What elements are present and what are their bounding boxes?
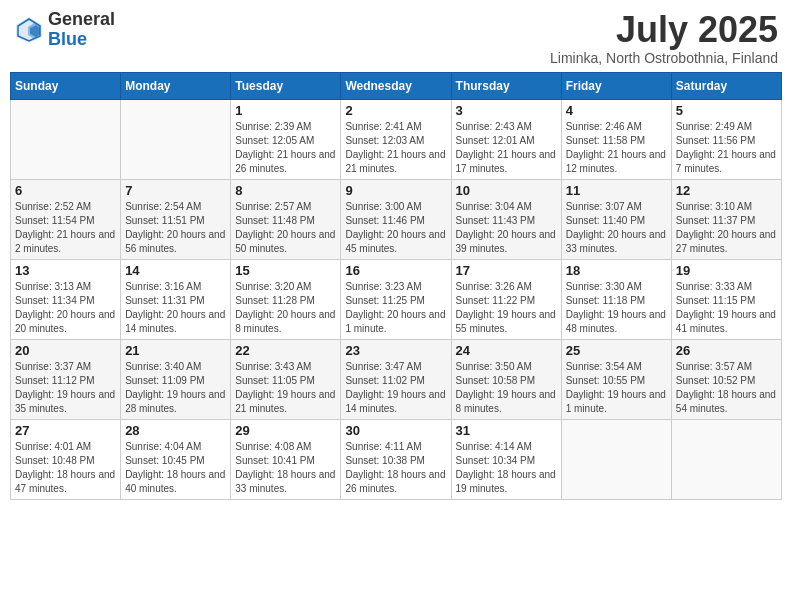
calendar-cell: 31Sunrise: 4:14 AM Sunset: 10:34 PM Dayl… — [451, 419, 561, 499]
logo-blue: Blue — [48, 30, 115, 50]
weekday-wednesday: Wednesday — [341, 72, 451, 99]
day-number: 28 — [125, 423, 226, 438]
day-number: 3 — [456, 103, 557, 118]
day-info: Sunrise: 3:40 AM Sunset: 11:09 PM Daylig… — [125, 360, 226, 416]
day-info: Sunrise: 3:57 AM Sunset: 10:52 PM Daylig… — [676, 360, 777, 416]
calendar-cell: 7Sunrise: 2:54 AM Sunset: 11:51 PM Dayli… — [121, 179, 231, 259]
day-number: 7 — [125, 183, 226, 198]
day-info: Sunrise: 3:23 AM Sunset: 11:25 PM Daylig… — [345, 280, 446, 336]
day-info: Sunrise: 3:00 AM Sunset: 11:46 PM Daylig… — [345, 200, 446, 256]
weekday-tuesday: Tuesday — [231, 72, 341, 99]
calendar-cell: 18Sunrise: 3:30 AM Sunset: 11:18 PM Dayl… — [561, 259, 671, 339]
day-number: 25 — [566, 343, 667, 358]
calendar-cell: 26Sunrise: 3:57 AM Sunset: 10:52 PM Dayl… — [671, 339, 781, 419]
day-info: Sunrise: 2:39 AM Sunset: 12:05 AM Daylig… — [235, 120, 336, 176]
page-header: General Blue July 2025 Liminka, North Os… — [10, 10, 782, 66]
day-info: Sunrise: 3:50 AM Sunset: 10:58 PM Daylig… — [456, 360, 557, 416]
day-number: 15 — [235, 263, 336, 278]
day-info: Sunrise: 2:52 AM Sunset: 11:54 PM Daylig… — [15, 200, 116, 256]
day-info: Sunrise: 3:04 AM Sunset: 11:43 PM Daylig… — [456, 200, 557, 256]
calendar-cell: 5Sunrise: 2:49 AM Sunset: 11:56 PM Dayli… — [671, 99, 781, 179]
title-block: July 2025 Liminka, North Ostrobothnia, F… — [550, 10, 778, 66]
day-number: 12 — [676, 183, 777, 198]
day-number: 9 — [345, 183, 446, 198]
day-info: Sunrise: 4:11 AM Sunset: 10:38 PM Daylig… — [345, 440, 446, 496]
day-info: Sunrise: 4:08 AM Sunset: 10:41 PM Daylig… — [235, 440, 336, 496]
day-number: 22 — [235, 343, 336, 358]
calendar-cell — [121, 99, 231, 179]
day-info: Sunrise: 3:20 AM Sunset: 11:28 PM Daylig… — [235, 280, 336, 336]
day-number: 21 — [125, 343, 226, 358]
calendar-cell: 24Sunrise: 3:50 AM Sunset: 10:58 PM Dayl… — [451, 339, 561, 419]
day-number: 13 — [15, 263, 116, 278]
day-info: Sunrise: 3:37 AM Sunset: 11:12 PM Daylig… — [15, 360, 116, 416]
day-info: Sunrise: 3:47 AM Sunset: 11:02 PM Daylig… — [345, 360, 446, 416]
day-number: 11 — [566, 183, 667, 198]
day-number: 27 — [15, 423, 116, 438]
calendar-subtitle: Liminka, North Ostrobothnia, Finland — [550, 50, 778, 66]
day-info: Sunrise: 2:41 AM Sunset: 12:03 AM Daylig… — [345, 120, 446, 176]
weekday-friday: Friday — [561, 72, 671, 99]
day-info: Sunrise: 3:07 AM Sunset: 11:40 PM Daylig… — [566, 200, 667, 256]
day-info: Sunrise: 3:43 AM Sunset: 11:05 PM Daylig… — [235, 360, 336, 416]
logo-icon — [14, 15, 44, 45]
calendar-cell: 8Sunrise: 2:57 AM Sunset: 11:48 PM Dayli… — [231, 179, 341, 259]
calendar-table: SundayMondayTuesdayWednesdayThursdayFrid… — [10, 72, 782, 500]
day-number: 29 — [235, 423, 336, 438]
day-info: Sunrise: 3:54 AM Sunset: 10:55 PM Daylig… — [566, 360, 667, 416]
calendar-title: July 2025 — [550, 10, 778, 50]
logo: General Blue — [14, 10, 115, 50]
calendar-cell: 15Sunrise: 3:20 AM Sunset: 11:28 PM Dayl… — [231, 259, 341, 339]
calendar-week-1: 1Sunrise: 2:39 AM Sunset: 12:05 AM Dayli… — [11, 99, 782, 179]
day-info: Sunrise: 3:13 AM Sunset: 11:34 PM Daylig… — [15, 280, 116, 336]
calendar-cell: 25Sunrise: 3:54 AM Sunset: 10:55 PM Dayl… — [561, 339, 671, 419]
weekday-header-row: SundayMondayTuesdayWednesdayThursdayFrid… — [11, 72, 782, 99]
day-number: 2 — [345, 103, 446, 118]
day-info: Sunrise: 2:49 AM Sunset: 11:56 PM Daylig… — [676, 120, 777, 176]
calendar-cell: 21Sunrise: 3:40 AM Sunset: 11:09 PM Dayl… — [121, 339, 231, 419]
calendar-cell: 4Sunrise: 2:46 AM Sunset: 11:58 PM Dayli… — [561, 99, 671, 179]
day-info: Sunrise: 3:10 AM Sunset: 11:37 PM Daylig… — [676, 200, 777, 256]
calendar-cell: 22Sunrise: 3:43 AM Sunset: 11:05 PM Dayl… — [231, 339, 341, 419]
weekday-thursday: Thursday — [451, 72, 561, 99]
calendar-cell: 17Sunrise: 3:26 AM Sunset: 11:22 PM Dayl… — [451, 259, 561, 339]
calendar-cell: 3Sunrise: 2:43 AM Sunset: 12:01 AM Dayli… — [451, 99, 561, 179]
day-info: Sunrise: 4:01 AM Sunset: 10:48 PM Daylig… — [15, 440, 116, 496]
calendar-cell: 10Sunrise: 3:04 AM Sunset: 11:43 PM Dayl… — [451, 179, 561, 259]
calendar-cell — [561, 419, 671, 499]
day-number: 31 — [456, 423, 557, 438]
calendar-cell: 9Sunrise: 3:00 AM Sunset: 11:46 PM Dayli… — [341, 179, 451, 259]
day-info: Sunrise: 2:57 AM Sunset: 11:48 PM Daylig… — [235, 200, 336, 256]
calendar-cell: 12Sunrise: 3:10 AM Sunset: 11:37 PM Dayl… — [671, 179, 781, 259]
day-info: Sunrise: 3:26 AM Sunset: 11:22 PM Daylig… — [456, 280, 557, 336]
calendar-cell: 6Sunrise: 2:52 AM Sunset: 11:54 PM Dayli… — [11, 179, 121, 259]
day-number: 16 — [345, 263, 446, 278]
calendar-cell: 27Sunrise: 4:01 AM Sunset: 10:48 PM Dayl… — [11, 419, 121, 499]
day-number: 4 — [566, 103, 667, 118]
calendar-week-3: 13Sunrise: 3:13 AM Sunset: 11:34 PM Dayl… — [11, 259, 782, 339]
day-number: 14 — [125, 263, 226, 278]
calendar-week-4: 20Sunrise: 3:37 AM Sunset: 11:12 PM Dayl… — [11, 339, 782, 419]
day-number: 20 — [15, 343, 116, 358]
day-number: 18 — [566, 263, 667, 278]
day-info: Sunrise: 4:04 AM Sunset: 10:45 PM Daylig… — [125, 440, 226, 496]
calendar-cell: 23Sunrise: 3:47 AM Sunset: 11:02 PM Dayl… — [341, 339, 451, 419]
day-number: 30 — [345, 423, 446, 438]
calendar-cell: 13Sunrise: 3:13 AM Sunset: 11:34 PM Dayl… — [11, 259, 121, 339]
weekday-sunday: Sunday — [11, 72, 121, 99]
calendar-cell: 16Sunrise: 3:23 AM Sunset: 11:25 PM Dayl… — [341, 259, 451, 339]
day-number: 23 — [345, 343, 446, 358]
day-number: 17 — [456, 263, 557, 278]
day-number: 5 — [676, 103, 777, 118]
calendar-cell: 28Sunrise: 4:04 AM Sunset: 10:45 PM Dayl… — [121, 419, 231, 499]
day-info: Sunrise: 2:54 AM Sunset: 11:51 PM Daylig… — [125, 200, 226, 256]
calendar-week-2: 6Sunrise: 2:52 AM Sunset: 11:54 PM Dayli… — [11, 179, 782, 259]
day-number: 10 — [456, 183, 557, 198]
calendar-cell: 1Sunrise: 2:39 AM Sunset: 12:05 AM Dayli… — [231, 99, 341, 179]
calendar-cell: 29Sunrise: 4:08 AM Sunset: 10:41 PM Dayl… — [231, 419, 341, 499]
logo-general: General — [48, 10, 115, 30]
weekday-monday: Monday — [121, 72, 231, 99]
day-info: Sunrise: 3:30 AM Sunset: 11:18 PM Daylig… — [566, 280, 667, 336]
day-info: Sunrise: 4:14 AM Sunset: 10:34 PM Daylig… — [456, 440, 557, 496]
calendar-cell: 2Sunrise: 2:41 AM Sunset: 12:03 AM Dayli… — [341, 99, 451, 179]
